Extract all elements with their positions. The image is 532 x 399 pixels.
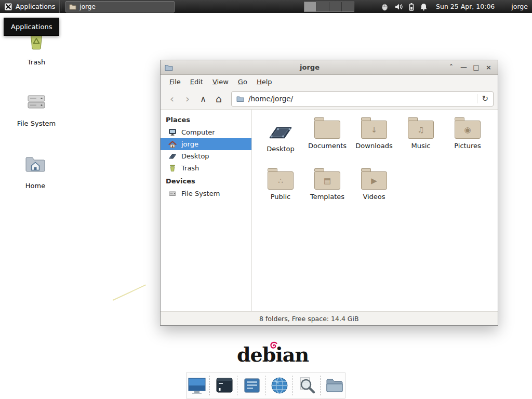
- dock-file-manager-button[interactable]: [325, 375, 345, 396]
- location-bar[interactable]: /home/jorge/ ↻: [231, 91, 494, 107]
- grid-item-public[interactable]: ∴ Public: [257, 167, 304, 218]
- folder-icon: ♫: [408, 121, 434, 139]
- task-list-icon: [242, 376, 262, 395]
- grid-item-music[interactable]: ♫ Music: [397, 116, 444, 167]
- notifications-icon[interactable]: [420, 3, 428, 11]
- video-emblem: ▶: [362, 172, 387, 189]
- applications-label: Applications: [16, 3, 55, 10]
- computer-icon: [168, 128, 177, 136]
- menu-help[interactable]: Help: [252, 76, 277, 88]
- titlebar[interactable]: jorge ˆ — □ ×: [161, 60, 498, 75]
- grid-item-documents[interactable]: Documents: [304, 116, 351, 167]
- sidebar-item-computer[interactable]: Computer: [161, 126, 251, 138]
- grid-item-videos[interactable]: ▶ Videos: [351, 167, 397, 218]
- workspace-switcher: [304, 2, 354, 12]
- close-button[interactable]: ×: [484, 62, 494, 72]
- dock-panel: [186, 373, 345, 398]
- home-button[interactable]: ⌂: [211, 91, 226, 106]
- menubar: File Edit View Go Help: [161, 75, 498, 88]
- grid-item-desktop[interactable]: Desktop: [257, 116, 304, 167]
- desktop-icon-label: File System: [11, 119, 61, 127]
- workspace-cell-3[interactable]: [329, 2, 342, 11]
- dock-separator: [265, 376, 267, 395]
- drive-icon: [24, 89, 49, 114]
- places-header: Places: [161, 113, 251, 126]
- menu-file[interactable]: File: [165, 76, 185, 88]
- template-emblem: ▤: [315, 172, 340, 189]
- panel-right-cluster: Sun 25 Apr, 10:06 jorge: [304, 2, 532, 12]
- window-title: jorge: [173, 63, 446, 71]
- grid-item-pictures[interactable]: ◉ Pictures: [444, 116, 491, 167]
- up-button[interactable]: ∧: [196, 91, 210, 106]
- clock[interactable]: Sun 25 Apr, 10:06: [436, 3, 495, 10]
- home-folder-icon: [23, 152, 48, 177]
- power-icon[interactable]: [408, 3, 415, 11]
- dock-show-desktop-button[interactable]: [187, 375, 207, 396]
- grid-item-label: Desktop: [267, 145, 295, 153]
- workspace-cell-2[interactable]: [317, 2, 329, 11]
- sidebar-item-label: Trash: [181, 164, 199, 172]
- grid-item-label: Music: [411, 142, 431, 150]
- sidebar-item-desktop[interactable]: Desktop: [161, 150, 251, 162]
- workspace-cell-4[interactable]: [342, 2, 354, 11]
- grid-item-label: Downloads: [355, 142, 392, 150]
- desktop-icon: [267, 118, 294, 142]
- download-emblem: ↓: [362, 121, 387, 138]
- applications-button[interactable]: Applications: [0, 0, 60, 13]
- sidebar-item-label: jorge: [181, 140, 198, 148]
- menu-go[interactable]: Go: [233, 76, 252, 88]
- dock-app-finder-button[interactable]: [297, 375, 317, 396]
- desktop-artifact-line: [113, 285, 146, 301]
- folder-icon: ◉: [455, 121, 481, 139]
- sidebar: Places Computer: [161, 110, 252, 311]
- touchpad-icon[interactable]: [380, 3, 389, 11]
- volume-icon[interactable]: [394, 3, 403, 11]
- devices-header: Devices: [161, 174, 251, 188]
- username-label: jorge: [511, 3, 528, 10]
- grid-item-downloads[interactable]: ↓ Downloads: [351, 116, 397, 167]
- minimize-button[interactable]: —: [459, 62, 469, 72]
- dock-separator: [320, 376, 322, 395]
- grid-item-label: Videos: [363, 193, 385, 201]
- grid-item-label: Pictures: [454, 142, 481, 150]
- folder-icon: ▶: [361, 171, 387, 190]
- dock-separator: [292, 376, 295, 395]
- trash-icon: [168, 164, 177, 172]
- workspace-cell-1[interactable]: [304, 2, 317, 11]
- folder-icon: ∴: [268, 171, 294, 190]
- folder-icon: ↓: [361, 121, 387, 139]
- shade-button[interactable]: ˆ: [446, 62, 456, 72]
- folder-icon: [69, 4, 76, 10]
- menu-edit[interactable]: Edit: [185, 76, 208, 88]
- task-button-label: jorge: [79, 3, 95, 10]
- task-button-jorge[interactable]: jorge: [65, 1, 175, 12]
- file-manager-window: jorge ˆ — □ × File Edit View Go Help ‹ ›…: [160, 60, 498, 326]
- menu-view[interactable]: View: [208, 76, 233, 88]
- sidebar-item-file-system[interactable]: File System: [161, 188, 251, 200]
- maximize-button[interactable]: □: [471, 62, 481, 72]
- camera-emblem: ◉: [455, 121, 480, 138]
- status-text: 8 folders, Free space: 14.4 GiB: [259, 315, 359, 323]
- applications-tooltip: Applications: [4, 18, 59, 36]
- share-emblem: ∴: [268, 172, 293, 189]
- window-icon: [165, 64, 173, 71]
- dock-task-list-button[interactable]: [242, 375, 262, 396]
- desktop-icon-home[interactable]: Home: [10, 152, 60, 190]
- sidebar-item-label: Desktop: [181, 152, 209, 160]
- show-desktop-icon: [187, 376, 207, 395]
- forward-button[interactable]: ›: [180, 91, 195, 106]
- desktop-icon-file-system[interactable]: File System: [11, 89, 61, 127]
- window-body: Places Computer: [161, 110, 498, 311]
- dock-web-browser-button[interactable]: [269, 375, 289, 396]
- location-text: /home/jorge/: [248, 95, 293, 103]
- grid-item-templates[interactable]: ▤ Templates: [304, 167, 351, 218]
- reload-button[interactable]: ↻: [477, 94, 488, 103]
- sidebar-item-jorge[interactable]: jorge: [161, 138, 251, 150]
- back-button[interactable]: ‹: [165, 91, 179, 106]
- top-panel: Applications jorge: [0, 0, 532, 13]
- desktop: Applications jorge: [0, 0, 532, 399]
- dock-terminal-button[interactable]: [214, 375, 234, 396]
- toolbar: ‹ › ∧ ⌂ /home/jorge/ ↻: [161, 88, 498, 110]
- folder-view: Desktop Documents ↓ Downloads ♫ Music: [252, 110, 498, 311]
- sidebar-item-trash[interactable]: Trash: [161, 162, 251, 174]
